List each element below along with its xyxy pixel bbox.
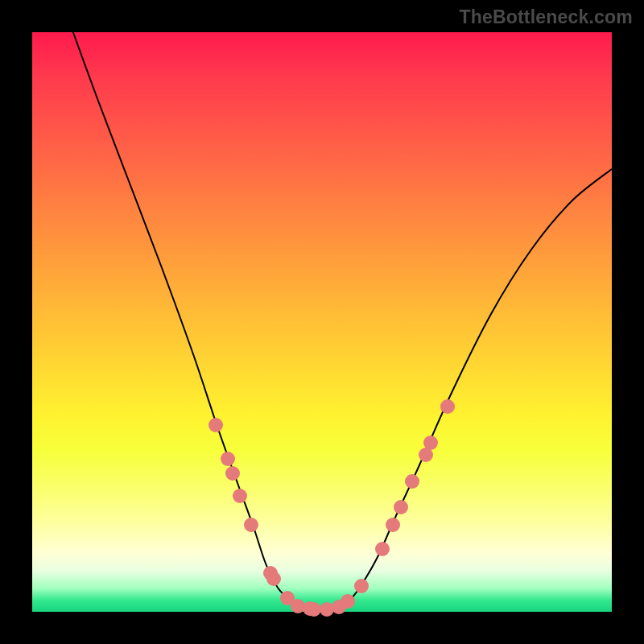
data-dot xyxy=(354,579,369,593)
data-dot xyxy=(341,594,355,609)
data-dot xyxy=(266,572,281,586)
data-dot xyxy=(423,436,438,450)
plot-area xyxy=(32,32,612,612)
data-dot xyxy=(386,518,400,532)
outer-frame: TheBottleneck.com xyxy=(0,0,644,644)
data-dot xyxy=(307,602,321,617)
data-dot xyxy=(320,602,334,617)
data-dot xyxy=(233,489,247,503)
data-dots xyxy=(208,399,455,617)
data-dot xyxy=(225,466,240,481)
data-dot xyxy=(244,518,258,532)
data-dot xyxy=(208,418,223,432)
data-dot xyxy=(440,399,455,414)
watermark-text: TheBottleneck.com xyxy=(459,6,633,28)
data-dot xyxy=(375,542,390,556)
data-dot xyxy=(405,474,419,489)
chart-svg xyxy=(32,32,612,612)
data-dot xyxy=(291,599,305,613)
bottleneck-curve xyxy=(64,8,612,610)
data-dot xyxy=(394,500,408,514)
data-dot xyxy=(221,452,235,466)
